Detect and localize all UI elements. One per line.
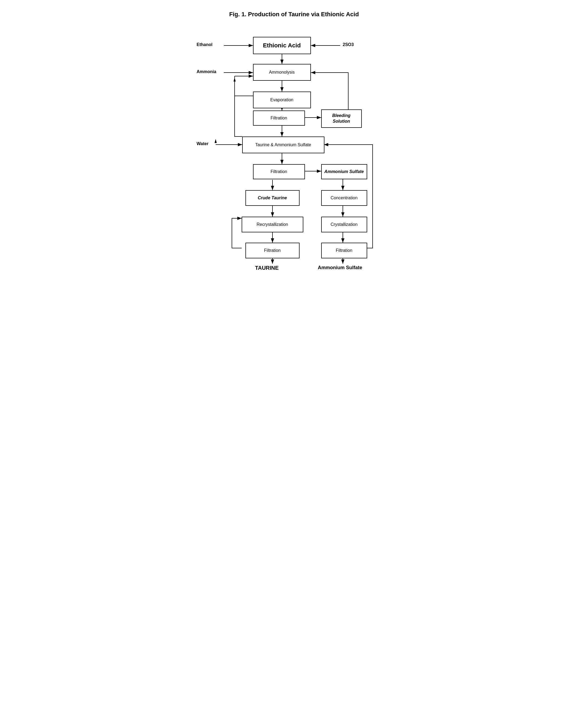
filtration4-box: Filtration bbox=[321, 243, 367, 258]
taurine-ammonium-box: Taurine & Ammonium Sulfate bbox=[242, 137, 324, 153]
filtration3-box: Filtration bbox=[246, 243, 299, 258]
taurine-product-label: TAURINE bbox=[255, 265, 279, 271]
svg-marker-23 bbox=[233, 78, 236, 82]
crude-taurine-text: Crude Taurine bbox=[258, 196, 287, 200]
evaporation-box: Evaporation bbox=[253, 92, 311, 108]
page-container: Fig. 1. Production of Taurine via Ethion… bbox=[189, 11, 400, 313]
filtration2-box: Filtration bbox=[253, 164, 305, 179]
ammonium-sulfate-side-box: Ammonium Sulfate bbox=[321, 164, 367, 179]
crude-taurine-box: Crude Taurine bbox=[246, 190, 299, 206]
filtration1-box: Filtration bbox=[253, 110, 305, 126]
so3-label: 2SO3 bbox=[343, 42, 354, 47]
crystallization-box: Crystallization bbox=[321, 217, 367, 233]
bleeding-solution-box: BleedingSolution bbox=[321, 109, 362, 128]
ammonia-label: Ammonia bbox=[197, 69, 216, 74]
bleeding-solution-text: BleedingSolution bbox=[332, 113, 351, 124]
ethanol-label: Ethanol bbox=[197, 42, 213, 47]
ammonolysis-box: Ammonolysis bbox=[253, 64, 311, 81]
ammonium-sulfate-side-text: Ammonium Sulfate bbox=[324, 169, 364, 174]
svg-marker-24 bbox=[215, 139, 217, 143]
ammonium-sulfate-product-label: Ammonium Sulfate bbox=[318, 265, 362, 270]
water-label: Water bbox=[197, 141, 209, 146]
recrystallization-box: Recrystallization bbox=[241, 217, 303, 233]
concentration-box: Concentration bbox=[321, 190, 367, 206]
diagram: Ethanol 2SO3 Ethionic Acid Ammonia Ammon… bbox=[189, 29, 400, 313]
figure-title: Fig. 1. Production of Taurine via Ethion… bbox=[189, 11, 400, 18]
ethionic-acid-box: Ethionic Acid bbox=[253, 37, 311, 54]
